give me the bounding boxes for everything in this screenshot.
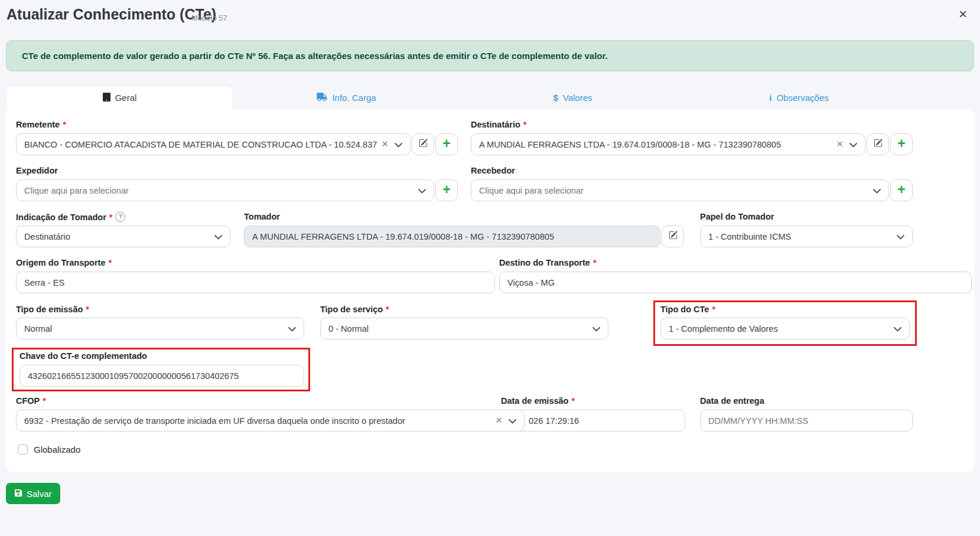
expedidor-select[interactable]: Clique aqui para selecionar bbox=[16, 179, 434, 201]
chave-label: Chave do CT-e complementado bbox=[19, 351, 147, 361]
recebedor-label: Recebedor bbox=[471, 166, 515, 175]
chevron-down-icon bbox=[873, 186, 881, 195]
tab-observacoes[interactable]: i Observações bbox=[686, 86, 912, 109]
data-entrega-input[interactable]: DD/MM/YYYY HH:MM:SS bbox=[700, 410, 913, 432]
data-entrega-label: Data de entrega bbox=[700, 396, 764, 406]
tab-valores[interactable]: $ Valores bbox=[460, 86, 686, 109]
dollar-icon: $ bbox=[553, 93, 558, 103]
destinatario-select[interactable]: A MUNDIAL FERRAGENS LTDA - 19.674.019/00… bbox=[471, 133, 865, 155]
cfop-label: CFOP* bbox=[16, 396, 46, 406]
clear-icon[interactable]: × bbox=[836, 138, 843, 149]
tablet-icon bbox=[103, 93, 110, 103]
tomador-label: Tomador bbox=[244, 212, 280, 221]
origem-label: Origem do Transporte* bbox=[16, 258, 112, 267]
recebedor-select[interactable]: Clique aqui para selecionar bbox=[471, 179, 889, 201]
model-badge: Modelo 57 bbox=[191, 14, 227, 22]
chevron-down-icon bbox=[849, 140, 857, 149]
expedidor-label: Expedidor bbox=[16, 166, 58, 175]
close-icon[interactable]: × bbox=[959, 7, 967, 21]
tab-bar: Geral Info. Carga $ Valores i Observaçõe… bbox=[6, 86, 912, 109]
data-emissao-input[interactable]: 026 17:29:16 bbox=[501, 410, 685, 432]
indicacao-tomador-label: Indicação de Tomador* ? bbox=[16, 212, 125, 222]
destino-label: Destino do Transporte* bbox=[499, 258, 597, 267]
papel-tomador-label: Papel do Tomador bbox=[700, 212, 774, 221]
tab-geral[interactable]: Geral bbox=[6, 86, 233, 109]
alert-text: CTe de complemento de valor gerado a par… bbox=[22, 51, 608, 61]
pencil-square-icon bbox=[669, 231, 678, 242]
papel-tomador-select[interactable]: 1 - Contribuinte ICMS bbox=[700, 225, 913, 247]
globalizado-label: Globalizado bbox=[34, 445, 80, 455]
remetente-edit-button[interactable] bbox=[412, 133, 434, 155]
floppy-disk-icon bbox=[14, 489, 22, 499]
destinatario-edit-button[interactable] bbox=[867, 133, 889, 155]
plus-icon: + bbox=[442, 183, 450, 197]
data-emissao-label: Data de emissão* bbox=[501, 396, 575, 406]
pencil-square-icon bbox=[419, 139, 428, 150]
page-title: Atualizar Conhecimento (CTe) bbox=[6, 6, 216, 23]
save-button[interactable]: Salvar bbox=[6, 483, 60, 504]
remetente-label: Remetente* bbox=[16, 120, 66, 129]
tab-label: Valores bbox=[563, 93, 592, 103]
tomador-input: A MUNDIAL FERRAGENS LTDA - 19.674.019/00… bbox=[244, 225, 660, 247]
tab-label: Observações bbox=[776, 93, 828, 103]
clear-icon[interactable]: × bbox=[382, 138, 388, 149]
tipo-cte-select[interactable]: 1 - Complemento de Valores bbox=[660, 318, 910, 339]
chevron-down-icon bbox=[395, 140, 402, 149]
tab-label: Geral bbox=[115, 93, 137, 103]
page: Atualizar Conhecimento (CTe) Modelo 57 C… bbox=[0, 0, 980, 536]
tipo-servico-label: Tipo de serviço* bbox=[320, 305, 389, 314]
indicacao-tomador-select[interactable]: Destinatário bbox=[16, 225, 230, 247]
chevron-down-icon bbox=[592, 324, 600, 334]
tipo-servico-select[interactable]: 0 - Normal bbox=[320, 318, 608, 339]
tab-label: Info. Carga bbox=[332, 93, 376, 103]
save-label: Salvar bbox=[27, 489, 52, 499]
chevron-down-icon bbox=[509, 416, 516, 426]
tipo-cte-label: Tipo do CTe* bbox=[660, 305, 715, 314]
chevron-down-icon bbox=[214, 232, 222, 241]
chevron-down-icon bbox=[418, 186, 426, 195]
chevron-down-icon bbox=[288, 324, 296, 334]
tab-info-carga[interactable]: Info. Carga bbox=[233, 86, 460, 109]
chevron-down-icon bbox=[894, 324, 901, 334]
tipo-emissao-label: Tipo de emissão* bbox=[16, 305, 89, 314]
help-icon[interactable]: ? bbox=[115, 212, 125, 222]
info-icon: i bbox=[769, 93, 771, 103]
recebedor-add-button[interactable]: + bbox=[890, 179, 913, 201]
expedidor-add-button[interactable]: + bbox=[435, 179, 458, 201]
destinatario-add-button[interactable]: + bbox=[890, 133, 913, 155]
form-panel: Remetente* BIANCO - COMERCIO ATACADISTA … bbox=[6, 109, 974, 472]
tomador-edit-button[interactable] bbox=[662, 225, 684, 247]
chevron-down-icon bbox=[897, 232, 904, 241]
plus-icon: + bbox=[897, 137, 905, 151]
tipo-emissao-select[interactable]: Normal bbox=[16, 318, 304, 339]
remetente-select[interactable]: BIANCO - COMERCIO ATACADISTA DE MATERIAL… bbox=[16, 133, 411, 155]
globalizado-checkbox[interactable] bbox=[18, 445, 28, 455]
pencil-square-icon bbox=[874, 139, 883, 150]
cfop-select[interactable]: 6932 - Prestação de serviço de transport… bbox=[16, 410, 525, 432]
chave-input[interactable]: 4326021665512300010957002000000056173040… bbox=[19, 365, 304, 387]
alert-banner: CTe de complemento de valor gerado a par… bbox=[6, 40, 974, 71]
plus-icon: + bbox=[442, 137, 450, 151]
clear-icon[interactable]: × bbox=[496, 414, 502, 426]
destinatario-label: Destinatário* bbox=[471, 120, 526, 129]
origem-input[interactable]: Serra - ES bbox=[16, 272, 495, 293]
destino-input[interactable]: Viçosa - MG bbox=[499, 272, 972, 293]
plus-icon: + bbox=[897, 183, 905, 197]
truck-icon bbox=[317, 93, 327, 103]
remetente-add-button[interactable]: + bbox=[435, 133, 458, 155]
